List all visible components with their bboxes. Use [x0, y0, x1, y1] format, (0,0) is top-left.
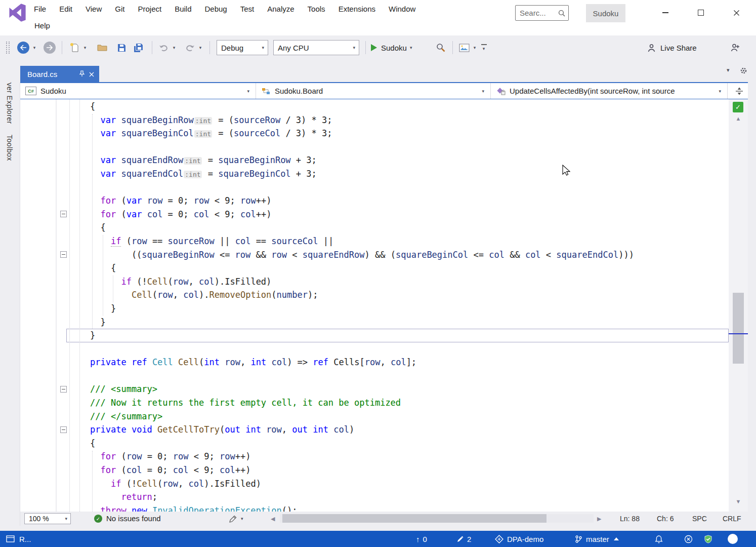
menu-window[interactable]: Window: [382, 0, 422, 18]
code-line[interactable]: if (row == sourceRow || col == sourceCol…: [66, 235, 729, 248]
active-files-dropdown-icon[interactable]: ▾: [727, 67, 730, 73]
new-file-button[interactable]: [68, 40, 81, 55]
code-line[interactable]: /// </summary>: [66, 410, 729, 423]
outgoing-commits-button[interactable]: ↑ 0: [416, 531, 427, 547]
split-editor-button[interactable]: [728, 83, 748, 99]
undo-dropdown-icon[interactable]: ▾: [171, 40, 177, 55]
code-line[interactable]: [66, 140, 729, 154]
close-button[interactable]: [722, 0, 751, 25]
live-share-button[interactable]: Live Share: [647, 40, 697, 55]
code-line[interactable]: {: [66, 437, 729, 450]
vertical-scrollbar-thumb[interactable]: [733, 293, 744, 364]
pin-icon[interactable]: [79, 70, 85, 79]
code-line[interactable]: for (var row = 0; row < 9; row++): [66, 194, 729, 208]
code-line[interactable]: ((squareBeginRow <= row && row < squareE…: [66, 248, 729, 262]
minimize-button[interactable]: [651, 0, 680, 25]
menu-debug[interactable]: Debug: [198, 0, 234, 18]
zoom-dropdown[interactable]: 100 % ▾: [24, 513, 71, 524]
configuration-dropdown[interactable]: Debug ▾: [217, 40, 268, 55]
tab-board-cs[interactable]: Board.cs: [20, 66, 99, 82]
code-line[interactable]: for (row = 0; row < 9; row++): [66, 450, 729, 463]
code-line[interactable]: [66, 342, 729, 356]
member-dropdown[interactable]: UpdateCellsAffectedBy(int sourceRow, int…: [491, 83, 728, 99]
menu-help[interactable]: Help: [34, 18, 50, 33]
code-line[interactable]: throw new InvalidOperationException();: [66, 504, 729, 512]
code-line[interactable]: for (var col = 0; col < 9; col++): [66, 208, 729, 221]
tab-close-icon[interactable]: [89, 70, 94, 79]
feedback-button[interactable]: [728, 40, 743, 55]
new-file-dropdown-icon[interactable]: ▾: [82, 40, 88, 55]
issues-status[interactable]: No issues found: [106, 512, 161, 526]
code-line[interactable]: private ref Cell Cell(int row, int col) …: [66, 356, 729, 369]
start-debug-button[interactable]: Sudoku ▾: [370, 40, 412, 55]
toolbar-drag-handle[interactable]: [5, 40, 10, 55]
code-line[interactable]: {: [66, 261, 729, 275]
menu-project[interactable]: Project: [131, 0, 168, 18]
highlighter-button[interactable]: [229, 515, 237, 525]
code-line[interactable]: var squareEndRow:int = squareBeginRow + …: [66, 153, 729, 167]
code-line[interactable]: [66, 181, 729, 194]
output-window-icon[interactable]: [6, 531, 15, 547]
platform-dropdown[interactable]: Any CPU ▾: [273, 40, 359, 55]
screenshot-tool-button[interactable]: [457, 40, 471, 55]
code-line[interactable]: if (!Cell(row, col).IsFilled): [66, 275, 729, 289]
undo-button[interactable]: [157, 40, 170, 55]
project-dropdown[interactable]: C# Sudoku ▾: [20, 83, 256, 99]
toolbar-overflow-button[interactable]: ▾: [480, 40, 488, 55]
menu-file[interactable]: File: [27, 0, 53, 18]
menu-analyze[interactable]: Analyze: [261, 0, 301, 18]
code-line[interactable]: return;: [66, 490, 729, 504]
highlighter-dropdown-icon[interactable]: ▾: [241, 512, 243, 526]
horizontal-scrollbar-thumb[interactable]: [282, 514, 547, 523]
code-editor[interactable]: { var squareBeginRow:int = (sourceRow / …: [20, 99, 729, 512]
window-options-icon[interactable]: [740, 67, 747, 74]
maximize-button[interactable]: [686, 0, 716, 25]
document-health-icon[interactable]: ✓: [733, 102, 743, 112]
code-line[interactable]: var squareEndCol:int = squareBeginCol + …: [66, 167, 729, 181]
save-all-button[interactable]: [131, 40, 147, 55]
code-line[interactable]: }: [66, 302, 729, 316]
vertical-scrollbar[interactable]: ✓ ▲ ▼: [729, 99, 748, 512]
menu-edit[interactable]: Edit: [53, 0, 79, 18]
menu-extensions[interactable]: Extensions: [332, 0, 382, 18]
code-line[interactable]: }: [66, 329, 729, 342]
code-line[interactable]: /// Now it returns the first empty cell,…: [66, 396, 729, 410]
security-status-button[interactable]: [704, 531, 712, 547]
code-line[interactable]: }: [66, 316, 729, 329]
sidebar-tab-toolbox[interactable]: Toolbox: [6, 135, 14, 161]
code-line[interactable]: {: [66, 100, 729, 113]
save-button[interactable]: [114, 40, 129, 55]
redo-dropdown-icon[interactable]: ▾: [197, 40, 203, 55]
screenshot-dropdown-icon[interactable]: ▾: [472, 40, 478, 55]
feedback-frown-button[interactable]: [684, 531, 693, 547]
redo-button[interactable]: [183, 40, 196, 55]
branch-selector[interactable]: master: [575, 531, 619, 547]
code-line[interactable]: private void GetCellToTry(out int row, o…: [66, 423, 729, 437]
scroll-up-button[interactable]: ▲: [729, 115, 748, 122]
scroll-down-button[interactable]: ▼: [729, 498, 748, 504]
menu-test[interactable]: Test: [234, 0, 261, 18]
code-line[interactable]: for (col = 0; col < 9; col++): [66, 463, 729, 477]
code-line[interactable]: [66, 369, 729, 383]
code-line[interactable]: if (!Cell(row, col).IsFilled): [66, 477, 729, 491]
menu-view[interactable]: View: [79, 0, 108, 18]
navigate-back-dropdown-icon[interactable]: ▾: [31, 40, 37, 55]
search-input[interactable]: Searc...: [515, 5, 569, 21]
menu-build[interactable]: Build: [168, 0, 198, 18]
navigate-back-button[interactable]: [16, 40, 30, 55]
find-in-files-button[interactable]: [433, 40, 448, 55]
session-button[interactable]: DPA-demo: [495, 531, 543, 547]
code-line[interactable]: var squareBeginCol:int = (sourceCol / 3)…: [66, 127, 729, 140]
account-avatar[interactable]: [728, 531, 738, 547]
code-line[interactable]: var squareBeginRow:int = (sourceRow / 3)…: [66, 113, 729, 127]
open-file-button[interactable]: [95, 40, 109, 55]
code-line[interactable]: Cell(row, col).RemoveOption(number);: [66, 288, 729, 302]
code-line[interactable]: /// <summary>: [66, 382, 729, 396]
menu-git[interactable]: Git: [108, 0, 131, 18]
h-scroll-right-button[interactable]: ▶: [597, 512, 601, 526]
code-line[interactable]: {: [66, 221, 729, 235]
h-scroll-left-button[interactable]: ◀: [271, 512, 275, 526]
type-dropdown[interactable]: Sudoku.Board ▾: [256, 83, 491, 99]
pending-changes-button[interactable]: 2: [456, 531, 471, 547]
navigate-forward-button[interactable]: [43, 40, 57, 55]
